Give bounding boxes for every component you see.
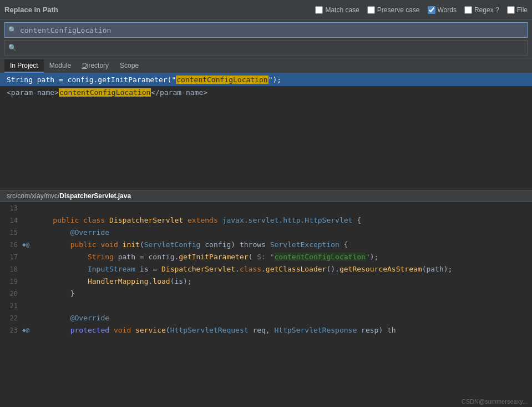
tab-scope[interactable]: Scope [114, 59, 144, 73]
regex-checkbox[interactable] [464, 6, 472, 14]
words-label: Words [438, 6, 457, 14]
regex-label: Regex ? [474, 6, 499, 14]
code-line-23: 23 ◆@ protected void service(HttpServlet… [0, 324, 532, 336]
match-case-option[interactable]: Match case [315, 6, 359, 14]
preserve-case-option[interactable]: Preserve case [367, 6, 420, 14]
code-line-13: 13 [0, 202, 532, 214]
code-line-19: 19 HandlerMapping.load(is); [0, 275, 532, 288]
regex-option[interactable]: Regex ? [464, 6, 499, 14]
replace-input-row: 🔍 [4, 40, 528, 56]
results-area: String path = config.getInitParameter("c… [0, 73, 532, 190]
watermark: CSDN@summerseaxy... [462, 398, 528, 405]
file-label: File [517, 6, 528, 14]
code-line-14: 14 public class DispatcherServlet extend… [0, 214, 532, 227]
replace-input[interactable] [20, 44, 524, 52]
search-area: 🔍 🔍 [0, 20, 532, 58]
file-path-bar: src/com/xiay/mvc/DispatcherServlet.java [0, 190, 532, 202]
code-line-21: 21 [0, 300, 532, 312]
tab-directory[interactable]: Directory [77, 59, 114, 73]
file-path-plain: src/com/xiay/mvc/ [7, 192, 59, 200]
file-checkbox[interactable] [507, 6, 515, 14]
replace-icon: 🔍 [8, 44, 17, 52]
toolbar-options: Match case Preserve case Words Regex ? F… [315, 6, 528, 14]
code-line-22: 22 @Override [0, 312, 532, 324]
result-item[interactable]: <param-name>contentConfigLocation</param… [0, 86, 532, 99]
code-line-16: 16 ◆@ public void init(ServletConfig con… [0, 239, 532, 251]
code-editor: 13 14 public class DispatcherServlet ext… [0, 202, 532, 404]
words-checkbox[interactable] [428, 6, 435, 14]
search-input-row: 🔍 [4, 22, 528, 38]
search-input[interactable] [20, 26, 524, 34]
preserve-case-label: Preserve case [377, 6, 420, 14]
result-item[interactable]: String path = config.getInitParameter("c… [0, 73, 532, 86]
tab-module[interactable]: Module [44, 59, 77, 73]
code-line-17: 17 String path = config.getInitParameter… [0, 251, 532, 263]
code-line-20: 20 } [0, 288, 532, 300]
code-line-18: 18 InputStream is = DispatcherServlet.cl… [0, 263, 532, 275]
file-option[interactable]: File [507, 6, 528, 14]
match-case-checkbox[interactable] [315, 6, 323, 14]
scope-tabs: In Project Module Directory Scope [0, 58, 532, 73]
dialog-title: Replace in Path [4, 6, 58, 14]
match-case-label: Match case [325, 6, 359, 14]
tab-in-project[interactable]: In Project [4, 59, 44, 73]
preserve-case-checkbox[interactable] [367, 6, 375, 14]
file-path-bold: DispatcherServlet.java [59, 192, 131, 200]
search-icon: 🔍 [8, 26, 17, 34]
code-line-15: 15 @Override [0, 227, 532, 239]
words-option[interactable]: Words [428, 6, 457, 14]
toolbar: Replace in Path Match case Preserve case… [0, 0, 532, 20]
